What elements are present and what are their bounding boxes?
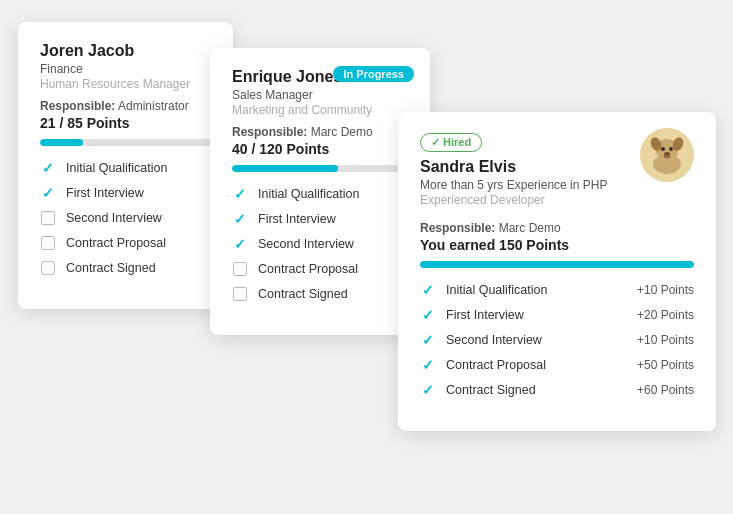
list-item: Contract Signed <box>232 286 408 302</box>
card3-responsible: Responsible: Marc Demo <box>420 221 694 235</box>
check-done-icon: ✓ <box>40 185 56 201</box>
card3-progress-fill <box>420 261 694 268</box>
svg-point-6 <box>669 147 673 151</box>
check-empty-icon <box>232 286 248 302</box>
list-item: ✓ Contract Proposal +50 Points <box>420 357 694 373</box>
card3-dept: Experienced Developer <box>420 193 607 207</box>
list-item: ✓ First Interview <box>40 185 211 201</box>
list-item: Contract Proposal <box>40 235 211 251</box>
card3-earned: You earned 150 Points <box>420 237 694 253</box>
svg-point-7 <box>664 152 670 156</box>
card1-responsible: Responsible: Administrator <box>40 99 211 113</box>
check-done-icon: ✓ <box>232 186 248 202</box>
card2-checklist: ✓ Initial Qualification ✓ First Intervie… <box>232 186 408 302</box>
card-joren: Joren Jacob Finance Human Resources Mana… <box>18 22 233 309</box>
card-enrique: In Progress Enrique Jones Sales Manager … <box>210 48 430 335</box>
list-item: Second Interview <box>40 210 211 226</box>
list-item: ✓ Second Interview <box>232 236 408 252</box>
check-done-icon: ✓ <box>40 160 56 176</box>
card3-info: ✓ Hired Sandra Elvis More than 5 yrs Exp… <box>420 132 607 215</box>
card1-role: Finance <box>40 62 211 76</box>
card2-role: Sales Manager <box>232 88 408 102</box>
check-done-icon: ✓ <box>232 236 248 252</box>
card2-responsible: Responsible: Marc Demo <box>232 125 408 139</box>
card1-name: Joren Jacob <box>40 42 211 60</box>
card2-points: 40 / 120 Points <box>232 141 408 157</box>
list-item: Contract Signed <box>40 260 211 276</box>
check-done-icon: ✓ <box>420 382 436 398</box>
card2-progress-fill <box>232 165 338 172</box>
card3-checklist: ✓ Initial Qualification +10 Points ✓ Fir… <box>420 282 694 398</box>
list-item: ✓ Initial Qualification +10 Points <box>420 282 694 298</box>
list-item: ✓ Second Interview +10 Points <box>420 332 694 348</box>
check-done-icon: ✓ <box>232 211 248 227</box>
check-done-icon: ✓ <box>420 332 436 348</box>
check-empty-icon <box>40 260 56 276</box>
card2-progress-bar <box>232 165 408 172</box>
card1-progress-bar <box>40 139 211 146</box>
list-item: ✓ Initial Qualification <box>40 160 211 176</box>
badge-hired: ✓ Hired <box>420 133 482 152</box>
card-sandra: ✓ Hired Sandra Elvis More than 5 yrs Exp… <box>398 112 716 431</box>
check-empty-icon <box>40 235 56 251</box>
card1-dept: Human Resources Manager <box>40 77 211 91</box>
check-empty-icon <box>232 261 248 277</box>
list-item: ✓ First Interview +20 Points <box>420 307 694 323</box>
card2-dept: Marketing and Community <box>232 103 408 117</box>
list-item: ✓ Initial Qualification <box>232 186 408 202</box>
check-done-icon: ✓ <box>420 282 436 298</box>
check-done-icon: ✓ <box>420 357 436 373</box>
list-item: ✓ First Interview <box>232 211 408 227</box>
card1-progress-fill <box>40 139 83 146</box>
card3-name: Sandra Elvis <box>420 158 607 176</box>
check-done-icon: ✓ <box>420 307 436 323</box>
list-item: Contract Proposal <box>232 261 408 277</box>
card1-points: 21 / 85 Points <box>40 115 211 131</box>
check-empty-icon <box>40 210 56 226</box>
card3-header: ✓ Hired Sandra Elvis More than 5 yrs Exp… <box>420 132 694 215</box>
badge-inprogress: In Progress <box>333 66 414 82</box>
card3-progress-bar <box>420 261 694 268</box>
card1-checklist: ✓ Initial Qualification ✓ First Intervie… <box>40 160 211 276</box>
avatar <box>640 128 694 182</box>
card3-role: More than 5 yrs Experience in PHP <box>420 178 607 192</box>
list-item: ✓ Contract Signed +60 Points <box>420 382 694 398</box>
svg-point-5 <box>661 147 665 151</box>
